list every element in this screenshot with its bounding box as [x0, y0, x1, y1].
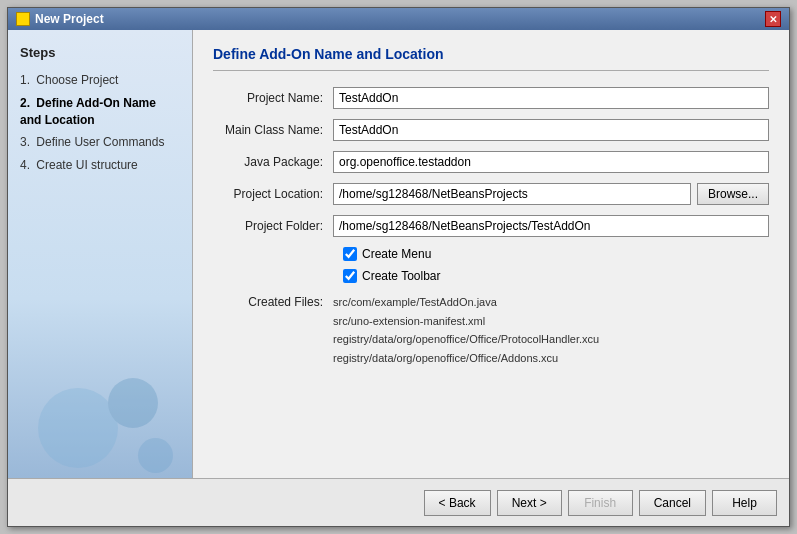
title-bar-left: New Project — [16, 12, 104, 26]
new-project-window: New Project ✕ Steps 1. Choose Project 2.… — [7, 7, 790, 527]
window-icon — [16, 12, 30, 26]
sidebar-item-define-user-commands: 3. Define User Commands — [20, 134, 180, 151]
blob-1 — [38, 388, 118, 468]
project-name-row: Project Name: — [213, 87, 769, 109]
project-folder-label: Project Folder: — [213, 219, 333, 233]
created-files-section: Created Files: src/com/example/TestAddOn… — [213, 293, 769, 368]
java-package-label: Java Package: — [213, 155, 333, 169]
project-location-group: Browse... — [333, 183, 769, 205]
next-button[interactable]: Next > — [497, 490, 562, 516]
project-folder-input[interactable] — [333, 215, 769, 237]
sidebar-item-choose-project: 1. Choose Project — [20, 72, 180, 89]
cancel-button[interactable]: Cancel — [639, 490, 706, 516]
create-toolbar-checkbox[interactable] — [343, 269, 357, 283]
create-menu-row: Create Menu — [343, 247, 769, 261]
main-class-row: Main Class Name: — [213, 119, 769, 141]
created-file-4: registry/data/org/openoffice/Office/Addo… — [333, 349, 769, 368]
sidebar-item-create-ui: 4. Create UI structure — [20, 157, 180, 174]
bottom-bar: < Back Next > Finish Cancel Help — [8, 478, 789, 526]
help-button[interactable]: Help — [712, 490, 777, 516]
main-panel: Define Add-On Name and Location Project … — [193, 30, 789, 478]
create-menu-label: Create Menu — [362, 247, 431, 261]
title-bar: New Project ✕ — [8, 8, 789, 30]
created-files-row: Created Files: src/com/example/TestAddOn… — [213, 293, 769, 368]
sidebar: Steps 1. Choose Project 2. Define Add-On… — [8, 30, 193, 478]
project-location-label: Project Location: — [213, 187, 333, 201]
project-folder-row: Project Folder: — [213, 215, 769, 237]
content-area: Steps 1. Choose Project 2. Define Add-On… — [8, 30, 789, 478]
project-location-input[interactable] — [333, 183, 691, 205]
window-title: New Project — [35, 12, 104, 26]
steps-list: 1. Choose Project 2. Define Add-On Name … — [20, 72, 180, 174]
created-file-2: src/uno-extension-manifest.xml — [333, 312, 769, 331]
finish-button[interactable]: Finish — [568, 490, 633, 516]
java-package-row: Java Package: — [213, 151, 769, 173]
form-area: Project Name: Main Class Name: Java Pack… — [213, 87, 769, 462]
close-button[interactable]: ✕ — [765, 11, 781, 27]
project-name-label: Project Name: — [213, 91, 333, 105]
created-file-3: registry/data/org/openoffice/Office/Prot… — [333, 330, 769, 349]
back-button[interactable]: < Back — [424, 490, 491, 516]
panel-title: Define Add-On Name and Location — [213, 46, 769, 71]
created-file-1: src/com/example/TestAddOn.java — [333, 293, 769, 312]
sidebar-item-define-addon: 2. Define Add-On Name and Location — [20, 95, 180, 129]
project-name-input[interactable] — [333, 87, 769, 109]
create-toolbar-row: Create Toolbar — [343, 269, 769, 283]
blob-3 — [138, 438, 173, 473]
main-class-label: Main Class Name: — [213, 123, 333, 137]
sidebar-decoration — [8, 358, 192, 478]
browse-button[interactable]: Browse... — [697, 183, 769, 205]
create-toolbar-label: Create Toolbar — [362, 269, 441, 283]
created-files-label: Created Files: — [213, 293, 333, 309]
java-package-input[interactable] — [333, 151, 769, 173]
created-files-list: src/com/example/TestAddOn.java src/uno-e… — [333, 293, 769, 368]
create-menu-checkbox[interactable] — [343, 247, 357, 261]
main-class-input[interactable] — [333, 119, 769, 141]
project-location-row: Project Location: Browse... — [213, 183, 769, 205]
sidebar-title: Steps — [20, 45, 180, 60]
blob-2 — [108, 378, 158, 428]
